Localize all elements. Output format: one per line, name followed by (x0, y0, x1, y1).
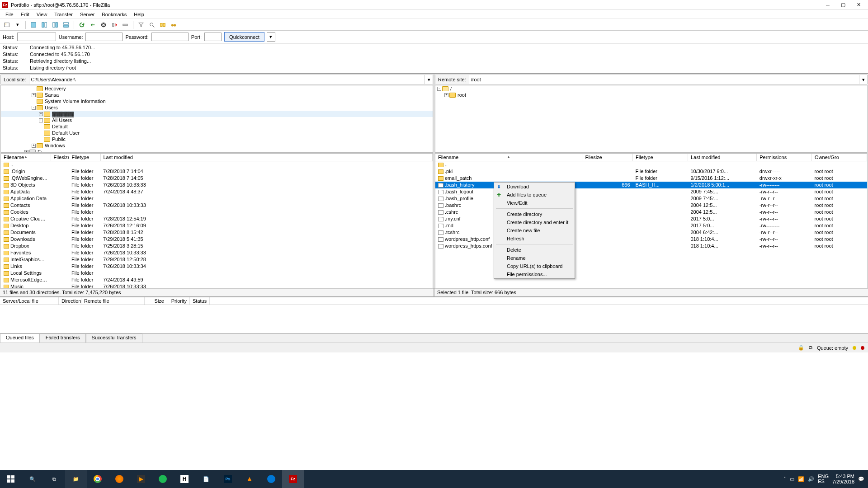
file-row[interactable]: .. (435, 161, 867, 168)
transfer-queue[interactable]: Server/Local fileDirectionRemote fileSiz… (0, 297, 868, 333)
column-header[interactable]: Filetype (633, 154, 688, 161)
ctx-delete[interactable]: Delete (494, 246, 575, 254)
port-input[interactable] (204, 33, 222, 41)
column-header[interactable]: Filesize (51, 154, 69, 161)
menu-bookmarks[interactable]: Bookmarks (98, 11, 130, 18)
binoculars-icon[interactable] (169, 20, 179, 30)
queue-col[interactable]: Direction (59, 297, 81, 305)
start-button[interactable] (0, 470, 22, 488)
menu-view[interactable]: View (33, 11, 51, 18)
edge-icon[interactable] (260, 470, 282, 488)
ctx-view-edit[interactable]: View/Edit (494, 199, 575, 207)
toggle-localtree-icon[interactable] (39, 20, 49, 30)
tree-node[interactable]: +Sansa (1, 92, 433, 98)
minimize-button[interactable]: ─ (820, 0, 835, 9)
tree-node[interactable]: Recovery (1, 85, 433, 92)
tree-node[interactable]: +All Users (1, 117, 433, 123)
tab-queued[interactable]: Queued files (0, 333, 40, 343)
file-row[interactable]: DesktopFile folder7/26/2018 12:16:09 (1, 222, 433, 229)
tree-node[interactable]: -/ (435, 85, 867, 92)
cancel-icon[interactable] (99, 20, 108, 30)
menu-edit[interactable]: Edit (17, 11, 33, 18)
file-row[interactable]: Local SettingsFile folder (1, 270, 433, 277)
tray-battery-icon[interactable]: ▭ (790, 476, 794, 482)
reconnect-icon[interactable] (120, 20, 130, 30)
toggle-queue-icon[interactable] (61, 20, 71, 30)
queue-col[interactable]: Priority (167, 297, 190, 305)
file-row[interactable]: Application DataFile folder (1, 195, 433, 202)
menu-help[interactable]: Help (130, 11, 148, 18)
tab-failed[interactable]: Failed transfers (40, 333, 86, 343)
file-row[interactable]: .pkiFile folder10/30/2017 9:0...drwxr---… (435, 168, 867, 175)
tree-node[interactable]: Default User (1, 130, 433, 136)
file-row[interactable]: email_patchFile folder9/15/2016 1:12:...… (435, 175, 867, 182)
sublime-icon[interactable]: ▶ (130, 470, 152, 488)
file-row[interactable]: CookiesFile folder (1, 209, 433, 216)
tray-notifications-icon[interactable]: 💬 (858, 476, 864, 482)
password-input[interactable] (151, 33, 189, 41)
column-header[interactable]: Permissions (757, 154, 812, 161)
notepad-icon[interactable]: 📄 (195, 470, 217, 488)
ctx-copy-url-s-to-clipboard[interactable]: Copy URL(s) to clipboard (494, 262, 575, 270)
search-icon[interactable] (147, 20, 157, 30)
message-log[interactable]: Status:Connecting to 45.76.56.170...Stat… (0, 43, 868, 74)
photoshop-icon[interactable]: Ps (217, 470, 239, 488)
refresh-icon[interactable] (77, 20, 87, 30)
local-path-dropdown[interactable]: ▾ (425, 75, 433, 84)
queue-col[interactable]: Size (145, 297, 167, 305)
column-header[interactable]: Last modified (688, 154, 756, 161)
ctx-create-directory[interactable]: Create directory (494, 210, 575, 218)
ctx-file-permissions-[interactable]: File permissions... (494, 270, 575, 278)
tree-node[interactable]: System Volume Information (1, 98, 433, 104)
tab-successful[interactable]: Successful transfers (86, 333, 142, 343)
system-tray[interactable]: ˄ ▭ 📶 🔊 ENGES 5:43 PM7/29/2018 💬 (780, 474, 868, 484)
dropdown-icon[interactable]: ▾ (13, 20, 23, 30)
file-row[interactable]: .QtWebEnginePr...File folder7/28/2018 7:… (1, 175, 433, 182)
menu-server[interactable]: Server (76, 11, 98, 18)
tray-chevron-icon[interactable]: ˄ (783, 476, 786, 482)
tray-clock[interactable]: 5:43 PM7/29/2018 (832, 474, 854, 484)
tray-volume-icon[interactable]: 🔊 (808, 476, 814, 482)
queue-col[interactable]: Server/Local file (0, 297, 59, 305)
file-row[interactable]: ContactsFile folder7/26/2018 10:33:33 (1, 202, 433, 209)
remote-path-dropdown[interactable]: ▾ (859, 75, 867, 84)
vlc-icon[interactable]: ▲ (239, 470, 260, 488)
lock-icon[interactable]: 🔒 (798, 345, 804, 351)
tree-node[interactable]: +E: (1, 149, 433, 153)
site-manager-icon[interactable] (2, 20, 12, 30)
menu-file[interactable]: File (2, 11, 17, 18)
file-row[interactable]: DocumentsFile folder7/28/2018 8:15:42 (1, 229, 433, 236)
tree-node[interactable]: Public (1, 136, 433, 142)
tree-node[interactable]: Default (1, 123, 433, 130)
file-row[interactable]: DropboxFile folder7/25/2018 3:28:15 (1, 243, 433, 249)
host-input[interactable] (17, 33, 56, 41)
tree-node[interactable]: +▓▓▓▓▓▓ (1, 111, 433, 117)
tree-node[interactable]: +Windows (1, 142, 433, 149)
toggle-remotetree-icon[interactable] (50, 20, 60, 30)
ctx-add-files-to-queue[interactable]: ✚Add files to queue (494, 191, 575, 199)
compare-icon[interactable] (158, 20, 168, 30)
column-header[interactable]: Filename▴ (435, 154, 582, 161)
file-row[interactable]: .OriginFile folder7/28/2018 7:14:04 (1, 168, 433, 175)
explorer-icon[interactable]: 📁 (65, 470, 87, 488)
file-row[interactable]: LinksFile folder7/26/2018 10:33:34 (1, 263, 433, 270)
file-row[interactable]: FavoritesFile folder7/26/2018 10:33:33 (1, 249, 433, 256)
remote-path-input[interactable] (469, 75, 859, 84)
local-filelist[interactable]: Filename▴FilesizeFiletypeLast modified..… (0, 153, 433, 288)
ctx-download[interactable]: ⬇Download (494, 183, 575, 191)
file-row[interactable]: MicrosoftEdgeB...File folder7/24/2018 4:… (1, 277, 433, 283)
file-row[interactable]: MusicFile folder7/26/2018 10:33:33 (1, 283, 433, 289)
column-header[interactable]: Owner/Gro (812, 154, 867, 161)
local-tree[interactable]: Recovery+SansaSystem Volume Information-… (0, 85, 433, 153)
close-button[interactable]: ✕ (851, 0, 866, 9)
file-row[interactable]: AppDataFile folder7/24/2018 4:48:37 (1, 188, 433, 195)
tray-wifi-icon[interactable]: 📶 (798, 476, 804, 482)
chrome-icon[interactable] (87, 470, 108, 488)
search-button[interactable]: 🔍 (22, 470, 43, 488)
file-row[interactable]: Creative Cloud F...File folder7/28/2018 … (1, 216, 433, 222)
username-input[interactable] (85, 33, 123, 41)
queue-col[interactable]: Remote file (81, 297, 145, 305)
ctx-create-directory-and-enter-it[interactable]: Create directory and enter it (494, 218, 575, 226)
column-header[interactable]: Last modified (100, 154, 433, 161)
filter-icon[interactable] (136, 20, 146, 30)
